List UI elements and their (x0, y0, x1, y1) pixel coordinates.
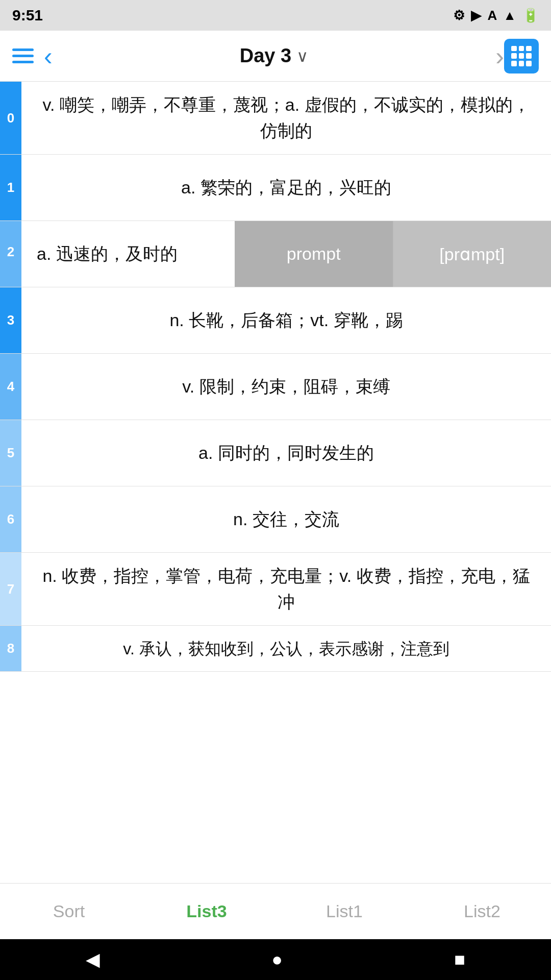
row-index-3: 3 (0, 287, 21, 353)
row-index-1: 1 (0, 155, 21, 220)
row-index-5: 5 (0, 420, 21, 486)
wifi-icon: ▲ (503, 8, 516, 23)
word-definition-4: v. 限制，约束，阻碍，束缚 (21, 354, 551, 420)
word-list: 0 v. 嘲笑，嘲弄，不尊重，蔑视；a. 虚假的，不诚实的，模拟的，仿制的 1 … (0, 82, 551, 672)
android-home-button[interactable]: ● (271, 949, 283, 970)
dropdown-icon[interactable]: ∨ (296, 46, 308, 66)
popup-word-button[interactable]: prompt (235, 221, 393, 287)
tab-list1[interactable]: List1 (276, 884, 413, 939)
word-row-partial[interactable]: 8 v. 承认，获知收到，公认，表示感谢，注意到 (0, 626, 551, 672)
settings-icon: ⚙ (453, 8, 465, 23)
grid-view-button[interactable] (504, 39, 539, 74)
word-row[interactable]: 4 v. 限制，约束，阻碍，束缚 (0, 354, 551, 420)
word-row[interactable]: 6 n. 交往，交流 (0, 486, 551, 553)
word-definition-8: v. 承认，获知收到，公认，表示感谢，注意到 (21, 626, 551, 671)
row-index-8: 8 (0, 626, 21, 671)
tab-sort[interactable]: Sort (0, 884, 138, 939)
battery-icon: 🔋 (522, 8, 539, 23)
play-icon: ▶ (471, 8, 481, 23)
android-nav-bar: ◀ ● ■ (0, 939, 551, 980)
word-row[interactable]: 3 n. 长靴，后备箱；vt. 穿靴，踢 (0, 287, 551, 354)
grid-icon (511, 46, 532, 66)
bottom-tab-bar: Sort List3 List1 List2 (0, 883, 551, 939)
row-index-2: 2 (0, 221, 21, 287)
popup-phonetic-button[interactable]: [prɑmpt] (393, 221, 552, 287)
android-back-button[interactable]: ◀ (86, 949, 100, 970)
word-definition-6: n. 交往，交流 (21, 486, 551, 552)
word-definition-5: a. 同时的，同时发生的 (21, 420, 551, 486)
row-index-7: 7 (0, 553, 21, 625)
android-recents-button[interactable]: ■ (454, 949, 465, 970)
tab-list2[interactable]: List2 (413, 884, 551, 939)
word-row[interactable]: 0 v. 嘲笑，嘲弄，不尊重，蔑视；a. 虚假的，不诚实的，模拟的，仿制的 (0, 82, 551, 155)
popup-buttons: prompt [prɑmpt] (235, 221, 551, 287)
page-title: Day 3 (240, 45, 291, 67)
status-icons: ⚙ ▶ A ▲ 🔋 (453, 8, 539, 23)
hamburger-menu[interactable] (12, 48, 34, 63)
a-icon: A (487, 8, 497, 23)
tab-list3[interactable]: List3 (138, 884, 276, 939)
status-bar: 9:51 ⚙ ▶ A ▲ 🔋 (0, 0, 551, 31)
word-definition-7: n. 收费，指控，掌管，电荷，充电量；v. 收费，指控，充电，猛冲 (21, 553, 551, 625)
word-definition-0: v. 嘲笑，嘲弄，不尊重，蔑视；a. 虚假的，不诚实的，模拟的，仿制的 (21, 82, 551, 154)
back-button[interactable]: ‹ (44, 43, 53, 69)
row-index-6: 6 (0, 486, 21, 552)
word-definition-3: n. 长靴，后备箱；vt. 穿靴，踢 (21, 287, 551, 353)
forward-button[interactable]: › (495, 43, 504, 69)
row-index-4: 4 (0, 354, 21, 420)
word-row[interactable]: 7 n. 收费，指控，掌管，电荷，充电量；v. 收费，指控，充电，猛冲 (0, 553, 551, 626)
word-row-with-popup[interactable]: 2 a. 迅速的，及时的 prompt [prɑmpt] (0, 221, 551, 287)
row-index-0: 0 (0, 82, 21, 154)
word-row[interactable]: 1 a. 繁荣的，富足的，兴旺的 (0, 155, 551, 221)
word-definition-1: a. 繁荣的，富足的，兴旺的 (21, 155, 551, 220)
word-row[interactable]: 5 a. 同时的，同时发生的 (0, 420, 551, 486)
title-area: Day 3 ∨ (53, 45, 496, 67)
word-definition-2-partial: a. 迅速的，及时的 (21, 221, 215, 287)
nav-bar: ‹ Day 3 ∨ › (0, 31, 551, 82)
status-time: 9:51 (12, 7, 43, 24)
